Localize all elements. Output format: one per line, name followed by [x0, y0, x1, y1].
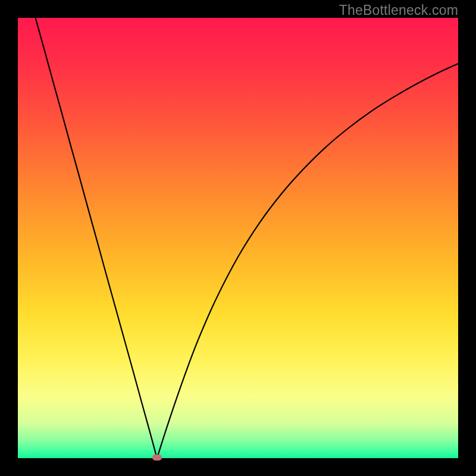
watermark-text: TheBottleneck.com	[339, 2, 458, 18]
minimum-marker	[152, 455, 162, 461]
chart-curve	[18, 18, 458, 458]
chart-frame: TheBottleneck.com	[0, 0, 476, 476]
plot-area	[18, 18, 458, 458]
